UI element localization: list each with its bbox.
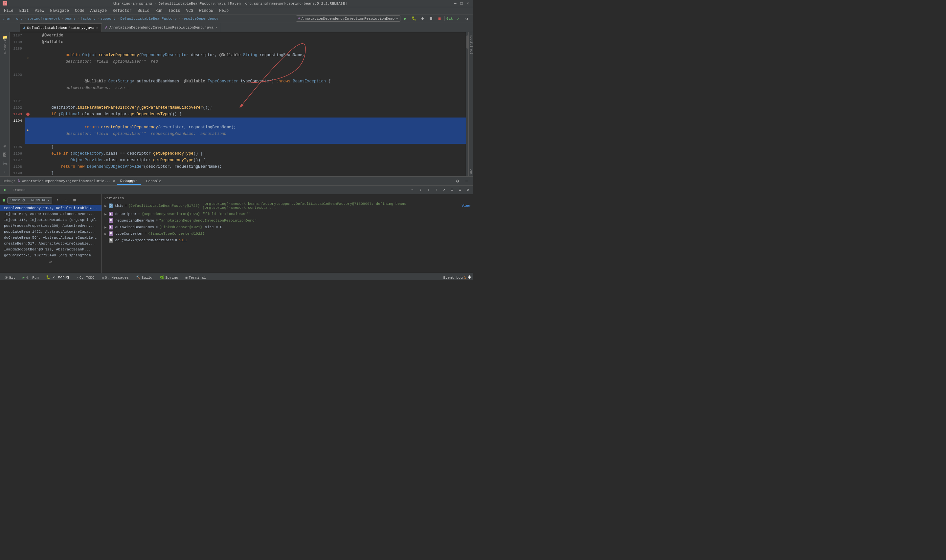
breadcrumb-toolbar-row: .jar › org › springframework › beans › f…: [0, 14, 473, 23]
menu-code[interactable]: Code: [72, 8, 87, 14]
infinity-icon[interactable]: ∞: [49, 260, 52, 265]
frame-down-btn[interactable]: ↓: [63, 197, 69, 203]
bottom-tab-todo[interactable]: ✓ 6: TODO: [73, 274, 98, 280]
step-into-btn[interactable]: ↓: [417, 187, 424, 193]
frame-item-2[interactable]: inject:116, InjectionMetadata (org.sprin…: [0, 217, 102, 223]
minimize-btn[interactable]: ─: [453, 1, 458, 6]
sonar-s-icon[interactable]: S: [464, 275, 467, 280]
git-update-button[interactable]: Git: [446, 15, 453, 22]
editor-scrollbar[interactable]: [466, 32, 468, 176]
bottom-tab-build[interactable]: 🔨 Build: [133, 274, 156, 280]
debugger-tab-label: Debugger: [120, 179, 138, 183]
bottom-tab-git[interactable]: ⑨ Git: [1, 274, 19, 280]
evaluate-btn[interactable]: ⊞: [449, 187, 455, 193]
resume-btn[interactable]: ▶: [2, 187, 9, 193]
tab-default-listable[interactable]: J DefaultListableBeanFactory.java ✕: [20, 23, 102, 32]
var-javax-inject: ▶ S oo javaxInjectProviderClass = null: [102, 237, 473, 243]
cn-icon[interactable]: 中: [468, 275, 472, 280]
commit-icon[interactable]: ⊙: [1, 143, 9, 150]
var-this-expand[interactable]: ▶: [105, 204, 107, 208]
tab-annotation-demo[interactable]: A AnnotationDependencyInjectionResolutio…: [102, 23, 221, 32]
frame-label-3: postProcessProperties:399, AutowiredAnn.…: [4, 224, 95, 228]
coverage-button[interactable]: ⊕: [419, 15, 426, 22]
variables-label: Variables: [105, 196, 124, 200]
more-debug-btn[interactable]: ≡: [456, 187, 463, 193]
menu-file[interactable]: File: [1, 8, 16, 14]
breadcrumb-beans[interactable]: beans: [65, 17, 75, 21]
tab-close-1[interactable]: ✕: [96, 26, 98, 30]
favorites-icon[interactable]: ☆: [1, 168, 9, 176]
tab-console[interactable]: Console: [143, 178, 165, 185]
bottom-tab-messages[interactable]: ✉ 0: Messages: [99, 274, 132, 280]
close-btn[interactable]: ✕: [465, 1, 470, 6]
run-button[interactable]: ▶: [402, 15, 409, 22]
frame-item-1[interactable]: inject:640, AutowiredAnnotationBeanPost.…: [0, 211, 102, 217]
breadcrumb-jar[interactable]: .jar: [3, 17, 11, 21]
tab-debugger[interactable]: Debugger: [117, 178, 141, 185]
menu-edit[interactable]: Edit: [17, 8, 32, 14]
frame-item-4[interactable]: populateBean:1422, AbstractAutowireCapa.…: [0, 229, 102, 235]
var-this-view-link[interactable]: View: [462, 204, 470, 208]
breadcrumb-method[interactable]: resolveDependency: [182, 17, 219, 21]
menu-bar: File Edit View Navigate Code Analyze Ref…: [0, 7, 473, 14]
var-descriptor-extra: "field 'optionalUser'": [203, 212, 250, 216]
frame-filter-btn[interactable]: ⊟: [71, 197, 78, 203]
ant-label[interactable]: Ant: [469, 169, 473, 175]
bottom-tab-terminal[interactable]: ⊞ Terminal: [182, 274, 209, 280]
frame-item-6[interactable]: createBean:517, AbstractAutowireCapable.…: [0, 241, 102, 246]
menu-help[interactable]: Help: [216, 8, 231, 14]
menu-window[interactable]: Window: [196, 8, 216, 14]
profile-button[interactable]: ⊞: [427, 15, 434, 22]
tab-close-2[interactable]: ✕: [216, 26, 217, 29]
frame-up-btn[interactable]: ↑: [54, 197, 61, 203]
revert-icon[interactable]: ↺: [463, 15, 470, 22]
scrollbar-thumb[interactable]: [467, 35, 468, 49]
frame-item-7[interactable]: lambda$doGetBean$0:323, AbstractBeanF...: [0, 246, 102, 252]
bottom-tab-debug[interactable]: 🐛 5: Debug: [43, 274, 72, 280]
frame-item-3[interactable]: postProcessProperties:399, AutowiredAnn.…: [0, 223, 102, 229]
breadcrumb-support[interactable]: support: [100, 17, 116, 21]
menu-build[interactable]: Build: [135, 8, 152, 14]
run-to-cursor-btn[interactable]: ↗: [441, 187, 447, 193]
frame-item-8[interactable]: getObject:-1, 1827725498 (org.springfram…: [0, 252, 102, 258]
menu-view[interactable]: View: [32, 8, 47, 14]
ant-icon[interactable]: 🐜: [1, 160, 9, 168]
breadcrumb-org[interactable]: org: [16, 17, 23, 21]
run-config-dropdown[interactable]: A AnnotationDependencyInjectionResolutio…: [296, 15, 401, 22]
line-num-1196: 1196: [10, 150, 25, 157]
code-editor[interactable]: 1187 @Override 1188 @Nullable 1189 ⚡ pub…: [10, 32, 468, 176]
menu-refactor[interactable]: Refactor: [110, 8, 134, 14]
frame-item-5[interactable]: doCreateBean:594, AbstractAutowireCapabl…: [0, 235, 102, 241]
database-icon[interactable]: 🗄: [1, 151, 9, 159]
menu-tools[interactable]: Tools: [166, 8, 183, 14]
frame-item-0[interactable]: resolveDependency:1194, DefaultListableB…: [0, 205, 102, 211]
var-tc-expand[interactable]: ▶: [105, 232, 107, 236]
breadcrumb-factory[interactable]: factory: [80, 17, 96, 21]
structure-icon[interactable]: Structure: [1, 42, 9, 50]
checkmark-icon[interactable]: ✓: [455, 15, 462, 22]
bottom-tab-run[interactable]: ▶ 4: Run: [19, 274, 42, 280]
var-descriptor-expand[interactable]: ▶: [105, 212, 107, 216]
menu-navigate[interactable]: Navigate: [47, 8, 72, 14]
menu-analyze[interactable]: Analyze: [88, 8, 109, 14]
event-log-label[interactable]: Event Log: [443, 276, 462, 280]
menu-vcs[interactable]: VCS: [183, 8, 196, 14]
breadcrumb-springframework[interactable]: springframework: [27, 17, 60, 21]
restooltool-label[interactable]: RestfulTool: [469, 35, 473, 54]
thread-selector[interactable]: "main"@...RUNNING ▾: [7, 197, 52, 203]
maximize-btn[interactable]: □: [459, 1, 464, 6]
debug-tab-icon: 🐛: [46, 275, 51, 279]
stop-button[interactable]: ■: [436, 15, 443, 22]
debug-session-close[interactable]: ✕: [112, 179, 115, 183]
restore-layout-btn[interactable]: ⊙: [464, 187, 471, 193]
bottom-tab-spring[interactable]: 🌿 Spring: [156, 274, 182, 280]
var-abn-expand[interactable]: ▶: [105, 225, 107, 229]
debug-button[interactable]: 🐛: [410, 15, 418, 22]
breadcrumb-class[interactable]: DefaultListableBeanFactory: [120, 17, 177, 21]
step-over-btn[interactable]: ↷: [409, 187, 416, 193]
menu-run[interactable]: Run: [153, 8, 165, 14]
debug-minimize-btn[interactable]: ─: [463, 178, 470, 185]
step-out-btn[interactable]: ↑: [433, 187, 439, 193]
force-step-btn[interactable]: ⇓: [425, 187, 431, 193]
debug-settings-btn[interactable]: ⚙: [454, 178, 461, 185]
